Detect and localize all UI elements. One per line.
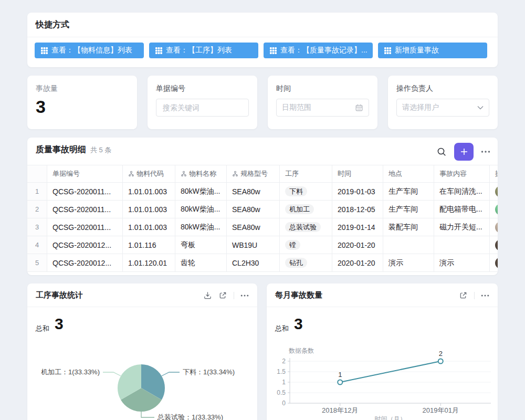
cell-spec[interactable]: SEA80w [227, 218, 280, 236]
y-tick-label: 2 [282, 358, 286, 365]
cell-material_name[interactable]: 80kW柴油... [175, 201, 227, 218]
data-point[interactable] [338, 380, 342, 385]
open-external-button[interactable] [459, 291, 468, 300]
table-row[interactable]: 4QCSG-2020012...1.01.116弯板WB19U镗2020-01-… [27, 236, 498, 254]
column-header[interactable] [27, 165, 47, 182]
cell-spec[interactable]: SEA80w [227, 183, 280, 200]
date-range-field[interactable]: 日期范围 [276, 99, 369, 117]
user-select-placeholder: 请选择用户 [402, 103, 439, 112]
cell-spec[interactable]: SEA80w [227, 201, 280, 218]
shortcut-button-process-list[interactable]: 查看：【工序】列表 [149, 43, 258, 58]
more-menu-button[interactable] [481, 294, 489, 297]
cell-place[interactable]: 生产车间 [383, 183, 434, 200]
pie-label-line [103, 372, 121, 376]
divider [234, 292, 234, 299]
cell-place[interactable]: 生产车间 [383, 201, 434, 218]
cell-material_name[interactable]: 齿轮 [175, 254, 227, 271]
cell-time[interactable]: 2020-01-20 [332, 236, 383, 254]
cell-place[interactable]: 演示 [383, 254, 434, 271]
table-row[interactable]: 3QCSG-2020011...1.01.01.00380kW柴油...SEA8… [27, 218, 498, 236]
shortcut-button-incident-records[interactable]: 查看：【质量事故记录】... [264, 43, 373, 58]
cell-material_code[interactable]: 1.01.116 [123, 236, 175, 254]
cell-place[interactable]: 装配车间 [383, 218, 434, 236]
monthly-count-card: 每月事故数量 总和 3 00.511.52数据条数12018年12月22019年… [267, 284, 498, 420]
data-point-label: 2 [439, 350, 443, 358]
table-title-text: 质量事故明细 [36, 145, 86, 154]
row-number: 2 [27, 201, 47, 218]
grid-icon [41, 47, 48, 54]
shortcut-button-material-list[interactable]: 查看：【物料信息】列表 [35, 43, 144, 58]
cell-material_name[interactable]: 80kW柴油... [175, 183, 227, 200]
cell-process[interactable]: 总装试验 [280, 218, 332, 236]
filter-card-time: 时间 日期范围 [268, 76, 377, 129]
avatar [495, 204, 498, 215]
cell-content[interactable]: 在车间清洗... [434, 183, 490, 200]
y-tick-label: 1.5 [277, 368, 286, 375]
cell-process[interactable]: 机加工 [280, 201, 332, 218]
download-button[interactable] [203, 291, 212, 300]
column-header-label: 事故内容 [439, 169, 467, 178]
doc-number-search-field[interactable] [156, 99, 249, 117]
cell-content[interactable]: 演示 [434, 254, 490, 271]
cell-time[interactable]: 2019-01-03 [332, 183, 383, 200]
relation-icon [128, 171, 134, 177]
external-link-icon [218, 291, 227, 300]
cell-process[interactable]: 钻孔 [280, 254, 332, 271]
cell-doc_no[interactable]: QCSG-2020012... [47, 236, 123, 254]
column-header[interactable]: 物料名称 [175, 165, 227, 182]
column-header[interactable]: 工序 [280, 165, 332, 182]
search-input[interactable] [162, 103, 243, 112]
line-card-title: 每月事故数量 [275, 290, 322, 300]
more-menu-button[interactable] [240, 294, 249, 297]
cell-material_code[interactable]: 1.01.01.003 [123, 183, 175, 200]
cell-place[interactable] [383, 236, 434, 254]
cell-material_code[interactable]: 1.01.01.003 [123, 218, 175, 236]
column-header[interactable]: 物料代码 [123, 165, 175, 182]
cell-material_code[interactable]: 1.01.120.01 [123, 254, 175, 271]
avatar [495, 257, 498, 269]
cell-doc_no[interactable]: QCSG-2020011... [47, 183, 123, 200]
cell-process[interactable]: 镗 [280, 236, 332, 254]
column-header[interactable]: 操作负责人 [490, 165, 498, 182]
cell-material_name[interactable]: 80kW柴油... [175, 218, 227, 236]
cell-content[interactable]: 配电箱带电... [434, 201, 490, 218]
cell-time[interactable]: 2019-01-14 [332, 218, 383, 236]
cell-content[interactable] [434, 236, 490, 254]
cell-operator [490, 254, 498, 271]
data-point[interactable] [438, 359, 443, 364]
open-external-button[interactable] [218, 291, 227, 300]
y-tick-label: 0.5 [277, 389, 286, 396]
cell-material_code[interactable]: 1.01.01.003 [123, 201, 175, 218]
cell-time[interactable]: 2020-01-20 [332, 254, 383, 271]
add-record-button[interactable] [454, 143, 474, 161]
cell-doc_no[interactable]: QCSG-2020011... [47, 201, 123, 218]
cell-spec[interactable]: WB19U [227, 236, 280, 254]
cell-content[interactable]: 磁力开关短... [434, 218, 490, 236]
incident-table: 单据编号物料代码物料名称规格型号工序时间地点事故内容操作负责人1QCSG-202… [27, 165, 498, 272]
plus-icon [460, 148, 468, 155]
more-menu-button[interactable] [481, 150, 490, 153]
row-number: 1 [27, 183, 47, 200]
table-row[interactable]: 1QCSG-2020011...1.01.01.00380kW柴油...SEA8… [27, 183, 498, 201]
relation-icon [232, 171, 238, 177]
column-header[interactable]: 时间 [332, 165, 383, 182]
search-button[interactable] [437, 147, 447, 157]
line-card-actions [459, 291, 489, 300]
cell-process[interactable]: 下料 [280, 183, 332, 200]
column-header[interactable]: 单据编号 [47, 165, 123, 182]
table-row[interactable]: 5QCSG-2020012...1.01.120.01齿轮CL2H30钻孔202… [27, 254, 498, 272]
more-icon [481, 150, 490, 153]
cell-doc_no[interactable]: QCSG-2020011... [47, 218, 123, 236]
cell-material_name[interactable]: 弯板 [175, 236, 227, 254]
cell-spec[interactable]: CL2H30 [227, 254, 280, 271]
divider [27, 307, 257, 307]
cell-doc_no[interactable]: QCSG-2020012... [47, 254, 123, 271]
column-header[interactable]: 地点 [383, 165, 434, 182]
shortcut-button-new-incident[interactable]: 新增质量事故 [378, 43, 487, 58]
column-header[interactable]: 规格型号 [227, 165, 280, 182]
cell-time[interactable]: 2018-12-05 [332, 201, 383, 218]
table-row[interactable]: 2QCSG-2020011...1.01.01.00380kW柴油...SEA8… [27, 201, 498, 218]
stat-label: 事故量 [36, 84, 58, 93]
column-header[interactable]: 事故内容 [434, 165, 490, 182]
user-select-field[interactable]: 请选择用户 [396, 99, 489, 117]
